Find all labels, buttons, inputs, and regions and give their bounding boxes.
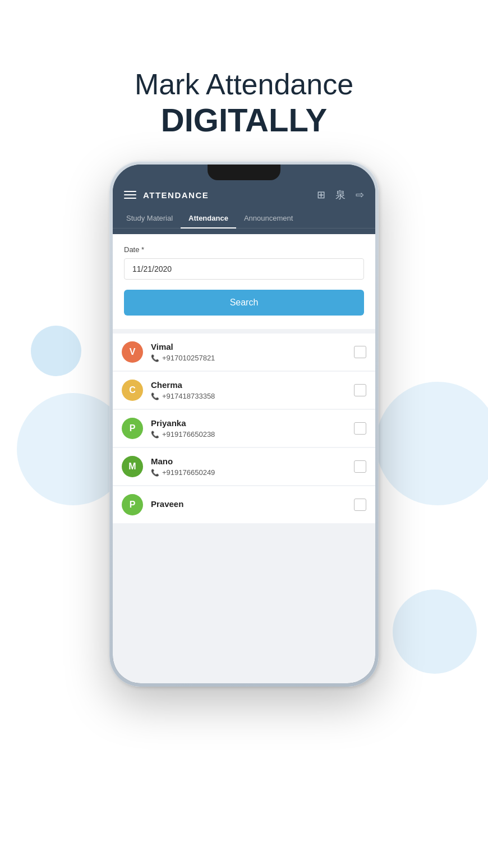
tabs-bar: Study Material Attendance Announcement — [113, 208, 375, 229]
hamburger-icon[interactable] — [124, 191, 136, 199]
date-input[interactable] — [124, 258, 364, 280]
student-info-mano: Mano 📞 +919176650249 — [151, 456, 346, 477]
student-card-mano: M Mano 📞 +919176650249 — [113, 448, 375, 485]
attendance-checkbox-priyanka[interactable] — [354, 422, 366, 435]
phone-notch — [208, 165, 280, 180]
student-phone-mano: 📞 +919176650249 — [151, 468, 346, 477]
attendance-checkbox-vimal[interactable] — [354, 346, 366, 358]
avatar-cherma: C — [122, 380, 143, 401]
student-card-cherma: C Cherma 📞 +917418733358 — [113, 372, 375, 409]
student-card-priyanka: P Priyanka 📞 +919176650238 — [113, 410, 375, 447]
hero-title-line2: DIGITALLY — [0, 101, 488, 139]
attendance-checkbox-cherma[interactable] — [354, 384, 366, 396]
header-icons: ⊞ 泉 ⇨ — [317, 188, 364, 202]
logout-icon[interactable]: ⇨ — [356, 189, 364, 201]
app-header: ATTENDANCE ⊞ 泉 ⇨ — [113, 182, 375, 208]
student-info-vimal: Vimal 📞 +917010257821 — [151, 342, 346, 362]
phone-icon-mano: 📞 — [151, 469, 159, 477]
tab-attendance[interactable]: Attendance — [181, 208, 236, 228]
student-name-vimal: Vimal — [151, 342, 346, 351]
student-name-cherma: Cherma — [151, 380, 346, 390]
student-name-priyanka: Priyanka — [151, 418, 346, 428]
student-phone-cherma: 📞 +917418733358 — [151, 392, 346, 400]
student-name-mano: Mano — [151, 456, 346, 466]
date-field-label: Date * — [124, 245, 364, 254]
student-phone-vimal: 📞 +917010257821 — [151, 354, 346, 362]
avatar-praveen: P — [122, 494, 143, 515]
phone-inner: ATTENDANCE ⊞ 泉 ⇨ Study Material Attendan… — [113, 165, 375, 683]
student-card-praveen: P Praveen — [113, 486, 375, 523]
avatar-priyanka: P — [122, 418, 143, 439]
hamburger-line-1 — [124, 191, 136, 192]
attendance-checkbox-mano[interactable] — [354, 460, 366, 473]
app-content: Date * Search V Vimal 📞 — [113, 234, 375, 683]
student-info-cherma: Cherma 📞 +917418733358 — [151, 380, 346, 400]
phone-icon-vimal: 📞 — [151, 354, 159, 362]
student-name-praveen: Praveen — [151, 499, 346, 509]
tab-study-material[interactable]: Study Material — [118, 208, 181, 228]
avatar-mano: M — [122, 456, 143, 477]
hamburger-line-3 — [124, 198, 136, 199]
phone-icon-priyanka: 📞 — [151, 431, 159, 438]
tab-announcement[interactable]: Announcement — [236, 208, 301, 228]
student-phone-priyanka: 📞 +919176650238 — [151, 430, 346, 438]
cube-icon[interactable]: ⊞ — [317, 189, 325, 201]
app-title: ATTENDANCE — [143, 190, 209, 200]
student-info-priyanka: Priyanka 📞 +919176650238 — [151, 418, 346, 438]
student-card-vimal: V Vimal 📞 +917010257821 — [113, 334, 375, 371]
phone-icon-cherma: 📞 — [151, 392, 159, 400]
phone-wrapper: ATTENDANCE ⊞ 泉 ⇨ Study Material Attendan… — [0, 161, 488, 687]
student-info-praveen: Praveen — [151, 499, 346, 511]
header-left: ATTENDANCE — [124, 190, 209, 200]
hero-title-line1: Mark Attendance — [0, 67, 488, 101]
user-search-icon[interactable]: 泉 — [335, 188, 346, 202]
hero-section: Mark Attendance DIGITALLY — [0, 0, 488, 161]
search-card: Date * Search — [113, 234, 375, 329]
student-list: V Vimal 📞 +917010257821 — [113, 334, 375, 523]
phone-frame: ATTENDANCE ⊞ 泉 ⇨ Study Material Attendan… — [109, 161, 379, 687]
search-button[interactable]: Search — [124, 290, 364, 316]
avatar-vimal: V — [122, 341, 143, 363]
hamburger-line-2 — [124, 194, 136, 195]
attendance-checkbox-praveen[interactable] — [354, 499, 366, 511]
